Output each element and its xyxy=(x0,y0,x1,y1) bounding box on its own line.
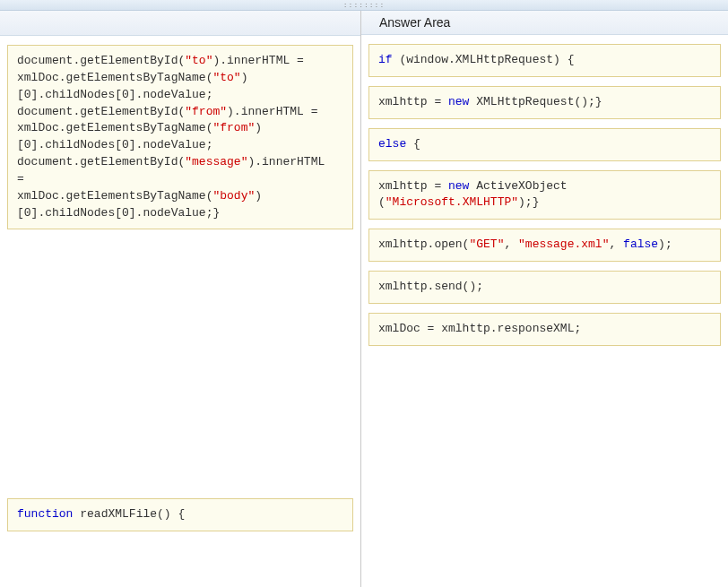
main-container: document.getElementById("to").innerHTML … xyxy=(0,11,728,587)
code-block-activex[interactable]: xmlhttp = new ActiveXObject("Microsoft.X… xyxy=(368,170,721,220)
code-block-xhr-new[interactable]: xmlhttp = new XMLHttpRequest();} xyxy=(368,86,721,119)
code-block-function-decl[interactable]: function readXMLFile() { xyxy=(7,498,353,531)
code-block-responsexml[interactable]: xmlDoc = xmlhttp.responseXML; xyxy=(368,313,721,346)
code-block-if[interactable]: if (window.XMLHttpRequest) { xyxy=(368,44,721,77)
code-block-open[interactable]: xmlhttp.open("GET", "message.xml", false… xyxy=(368,229,721,262)
answer-pane: Answer Area if (window.XMLHttpRequest) {… xyxy=(361,11,728,587)
top-bar: :::::::: xyxy=(0,0,728,11)
code-block-else[interactable]: else { xyxy=(368,128,721,161)
code-block-send[interactable]: xmlhttp.send(); xyxy=(368,271,721,304)
answer-area-header: Answer Area xyxy=(361,11,728,35)
splitter-handle[interactable]: :::::::: xyxy=(343,1,385,10)
left-header xyxy=(0,11,360,36)
code-block-dom-assign[interactable]: document.getElementById("to").innerHTML … xyxy=(7,45,353,229)
source-pane: document.getElementById("to").innerHTML … xyxy=(0,11,361,587)
